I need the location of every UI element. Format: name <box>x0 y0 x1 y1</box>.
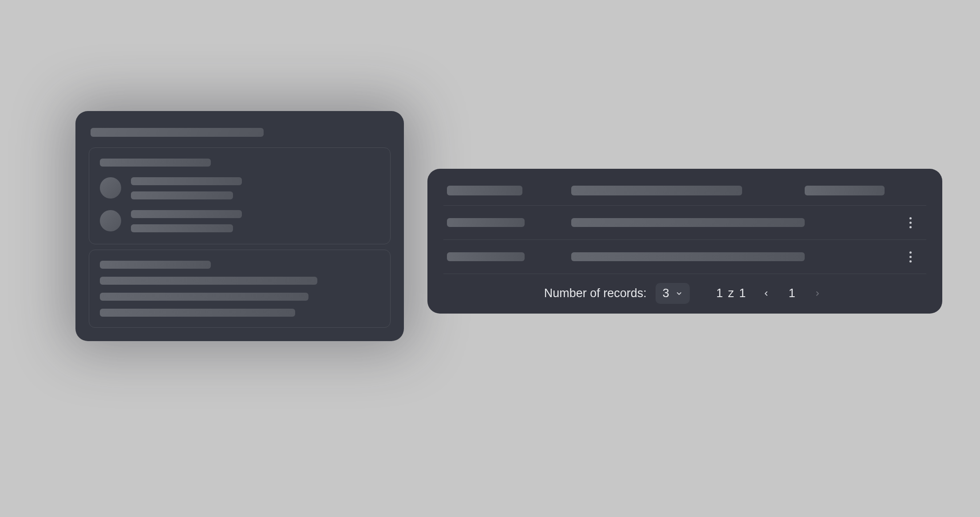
list-item <box>100 210 379 232</box>
chevron-right-icon <box>814 290 821 297</box>
text-line-skeleton <box>131 224 233 232</box>
next-page-button[interactable] <box>810 286 826 302</box>
current-page[interactable]: 1 <box>783 285 801 302</box>
row-actions-button[interactable] <box>904 251 917 263</box>
avatar-skeleton <box>100 177 121 199</box>
card-section-1 <box>89 147 391 244</box>
table-row <box>443 205 926 239</box>
cell-skeleton <box>571 252 805 261</box>
card-section-2 <box>89 250 391 328</box>
card-title-skeleton <box>91 128 264 137</box>
text-line-skeleton <box>131 191 233 199</box>
cell-skeleton <box>447 218 525 227</box>
pagination-bar: Number of records: 3 1 z 1 1 <box>443 274 926 304</box>
column-header-skeleton <box>571 186 742 195</box>
table-row <box>443 239 926 274</box>
column-header-skeleton <box>447 186 522 195</box>
text-line-skeleton <box>100 261 211 269</box>
page-range: 1 z 1 <box>716 286 747 300</box>
row-actions-button[interactable] <box>904 216 917 229</box>
avatar-skeleton <box>100 210 121 231</box>
detail-card <box>75 111 404 341</box>
section-subtitle-skeleton <box>100 159 211 167</box>
table-header <box>443 181 926 205</box>
cell-skeleton <box>447 252 525 261</box>
cell-skeleton <box>571 218 805 227</box>
page-size-select[interactable]: 3 <box>656 283 690 304</box>
text-line-skeleton <box>131 210 242 218</box>
text-line-skeleton <box>131 177 242 185</box>
records-label: Number of records: <box>544 286 647 300</box>
text-line-skeleton <box>100 277 317 285</box>
text-line-skeleton <box>100 293 308 301</box>
chevron-down-icon <box>676 290 683 297</box>
list-item <box>100 177 379 199</box>
canvas: Number of records: 3 1 z 1 1 <box>0 0 980 517</box>
column-header-skeleton <box>805 186 885 195</box>
text-line-skeleton <box>100 309 295 317</box>
chevron-left-icon <box>763 290 770 297</box>
prev-page-button[interactable] <box>758 286 774 302</box>
page-size-value: 3 <box>663 286 669 300</box>
table-card: Number of records: 3 1 z 1 1 <box>427 169 942 314</box>
